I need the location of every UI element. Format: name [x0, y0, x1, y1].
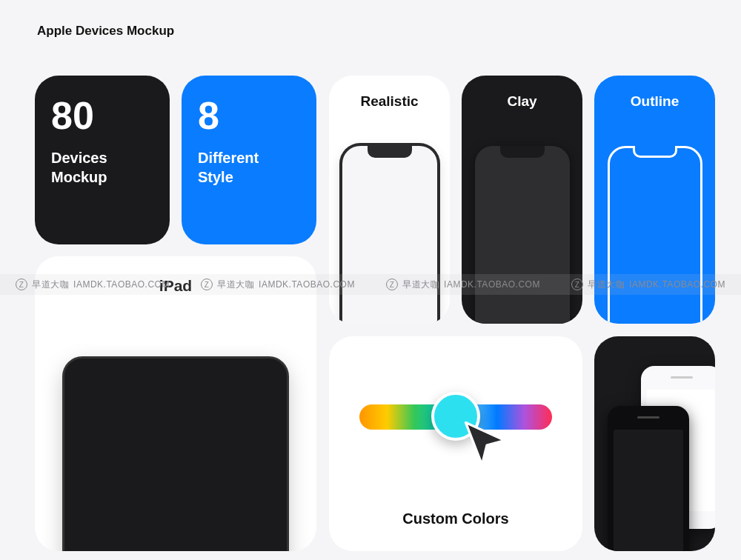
stat-number-8: 8: [198, 96, 300, 135]
card-label: Realistic: [329, 93, 450, 110]
card-ipad: iPad: [35, 256, 316, 551]
phone-realistic-icon: [342, 146, 437, 324]
stat-number-80: 80: [51, 96, 153, 135]
phone-notch-icon: [633, 146, 677, 158]
card-label: Custom Colors: [329, 510, 582, 527]
ipad-icon: [64, 359, 287, 551]
card-outline: Outline: [594, 76, 715, 324]
page-title: Apple Devices Mockup: [37, 24, 174, 39]
phone-notch-icon: [500, 146, 545, 158]
card-8-styles: 8 Different Style: [182, 76, 316, 244]
stat-label-line2: Style: [198, 167, 300, 187]
phone-notch-icon: [368, 146, 412, 158]
card-realistic: Realistic: [329, 76, 450, 324]
watermark-badge-icon: Z: [16, 279, 27, 290]
stat-label-line2: Mockup: [51, 167, 153, 187]
stat-label-line1: Different: [198, 148, 300, 167]
phone-black-icon: [608, 406, 689, 551]
card-label: iPad: [35, 277, 316, 295]
card-clay: Clay: [462, 76, 582, 324]
card-custom-colors: Custom Colors: [329, 336, 582, 551]
card-phone-variants: [594, 336, 715, 551]
stat-label-line1: Devices: [51, 148, 153, 167]
card-label: Clay: [462, 93, 582, 110]
phone-clay-icon: [475, 146, 570, 324]
card-label: Outline: [594, 93, 715, 110]
phone-outline-icon: [608, 146, 702, 324]
card-80-devices: 80 Devices Mockup: [35, 76, 170, 244]
